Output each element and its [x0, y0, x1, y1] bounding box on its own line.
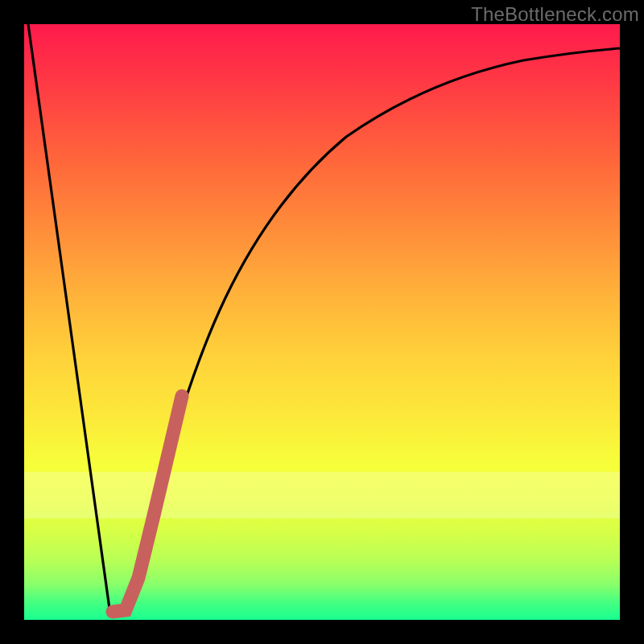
chart-frame: TheBottleneck.com — [0, 0, 644, 644]
highlight-segment — [113, 396, 182, 612]
curve-layer — [24, 24, 620, 620]
bottleneck-curve — [28, 24, 620, 613]
watermark-text: TheBottleneck.com — [471, 3, 639, 26]
plot-area — [24, 24, 620, 620]
